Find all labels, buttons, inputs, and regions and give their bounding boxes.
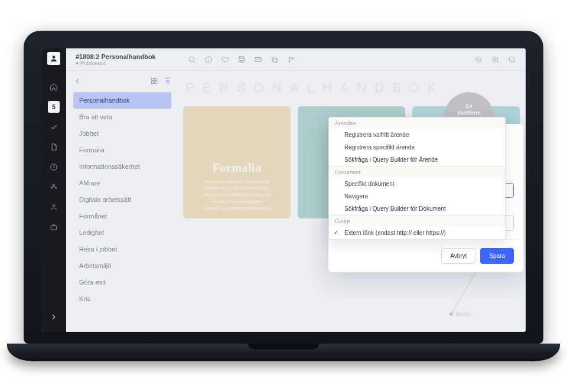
doc-title: #1808:2 Personalhandbok	[76, 53, 188, 60]
zoom-in-icon[interactable]	[491, 55, 500, 64]
cancel-button[interactable]: Avbryt	[441, 248, 475, 264]
sidepanel-item[interactable]: Arbetsmiljö	[73, 257, 171, 274]
dropdown-group-label: Ärenden	[329, 117, 505, 129]
svg-rect-13	[273, 58, 277, 62]
laptop-mockup: 5	[24, 31, 543, 361]
svg-point-0	[53, 55, 56, 58]
svg-rect-21	[151, 78, 154, 80]
svg-point-4	[55, 187, 56, 188]
sidepanel-item[interactable]: Jobbet	[73, 125, 171, 142]
app-screen: 5	[41, 48, 526, 332]
document-icon	[50, 143, 58, 151]
sidepanel-item[interactable]: Förmåner	[73, 208, 171, 224]
doc-status: ● Publicerad	[76, 60, 188, 66]
dropdown-item[interactable]: Registrera specifikt ärende	[329, 141, 505, 153]
svg-point-20	[509, 57, 514, 61]
user-icon	[50, 54, 58, 63]
sidepanel: PersonalhandbokBra att vetaJobbetFormali…	[66, 71, 178, 332]
svg-point-7	[189, 57, 194, 61]
svg-rect-11	[240, 60, 243, 63]
home-icon	[50, 83, 58, 91]
svg-rect-6	[51, 226, 56, 230]
nav-profile[interactable]	[41, 197, 66, 217]
nav-home[interactable]	[41, 77, 66, 97]
main: #1808:2 Personalhandbok ● Publicerad	[66, 48, 526, 332]
dropdown-item[interactable]: Sökfråga i Query Builder för Dokument	[329, 202, 505, 215]
sidepanel-item[interactable]: Kris	[73, 290, 171, 307]
check-icon	[50, 123, 58, 131]
nav-history[interactable]	[41, 157, 66, 177]
grid-view-icon[interactable]	[150, 77, 158, 85]
sidepanel-item[interactable]: Göra exit	[73, 274, 171, 290]
nav-docs[interactable]	[41, 137, 66, 157]
zoom-out-top-icon[interactable]	[188, 55, 196, 64]
nav-notifications[interactable]: 5	[41, 97, 66, 117]
svg-rect-24	[155, 81, 157, 84]
svg-rect-22	[155, 78, 157, 80]
svg-point-15	[289, 57, 290, 58]
dropdown-item[interactable]: Registrera valfritt ärende	[329, 129, 505, 141]
search-icon[interactable]	[508, 55, 516, 64]
sidepanel-item[interactable]: Personalhandbok	[73, 92, 171, 109]
back-button[interactable]	[73, 77, 82, 85]
zoom-out-icon[interactable]	[475, 55, 483, 64]
save-button[interactable]: Spara	[480, 248, 514, 264]
copy-icon[interactable]	[271, 55, 279, 64]
branch-icon[interactable]	[287, 55, 295, 64]
heart-icon[interactable]	[221, 55, 229, 64]
dropdown-item[interactable]: Navigera	[329, 190, 505, 202]
print-icon[interactable]	[237, 55, 246, 64]
avatar[interactable]	[47, 52, 60, 65]
svg-rect-23	[151, 81, 154, 84]
dropdown-item[interactable]: Sökfråga i Query Builder för Ärende	[329, 153, 505, 166]
leftbar: 5	[41, 48, 66, 332]
content-card[interactable]: FormaliaBehandla alla lika | Rekrytering…	[183, 106, 291, 218]
nav-org[interactable]	[41, 177, 66, 197]
info-icon[interactable]	[204, 55, 213, 64]
list-view-icon[interactable]	[163, 77, 171, 85]
svg-point-2	[53, 184, 54, 185]
dropdown-group-label: Dokument	[329, 166, 505, 178]
link-type-dropdown[interactable]: ÄrendenRegistrera valfritt ärendeRegistr…	[328, 117, 506, 240]
sidepanel-item[interactable]: Informationssäkerhet	[73, 158, 171, 175]
sidepanel-item[interactable]: Resa i jobbet	[73, 241, 171, 257]
content: PERSONALHANDBOK FormaliaBehandla alla li…	[178, 71, 526, 332]
svg-point-3	[51, 187, 52, 188]
svg-point-16	[289, 61, 290, 62]
nav-check[interactable]	[41, 117, 66, 137]
svg-text:Borås: Borås	[456, 311, 470, 317]
sidepanel-item[interactable]: AM:are	[73, 175, 171, 191]
person-icon	[50, 203, 58, 211]
chevron-right-icon	[50, 313, 58, 321]
sidepanel-item[interactable]: Formalia	[73, 142, 171, 158]
notifications-badge: 5	[48, 101, 60, 113]
svg-rect-14	[272, 57, 276, 61]
dropdown-item[interactable]: Extern länk (endast http:// eller https:…	[329, 227, 505, 239]
svg-point-5	[53, 205, 55, 207]
dropdown-item[interactable]: Specifikt dokument	[329, 178, 505, 190]
leftbar-expand[interactable]	[41, 307, 66, 327]
topbar: #1808:2 Personalhandbok ● Publicerad	[66, 48, 526, 71]
mail-icon[interactable]	[254, 55, 262, 64]
sidepanel-item[interactable]: Digitala arbetssätt	[73, 191, 171, 208]
sidepanel-item[interactable]: Bra att veta	[73, 109, 171, 125]
dropdown-group-label: Övrigt	[329, 215, 505, 227]
nav-work[interactable]	[41, 217, 66, 237]
briefcase-icon	[50, 223, 58, 231]
svg-rect-12	[255, 57, 262, 61]
svg-point-29	[449, 312, 453, 316]
sidepanel-item[interactable]: Ledighet	[73, 224, 171, 241]
org-icon	[50, 183, 58, 191]
clock-icon	[50, 163, 58, 171]
